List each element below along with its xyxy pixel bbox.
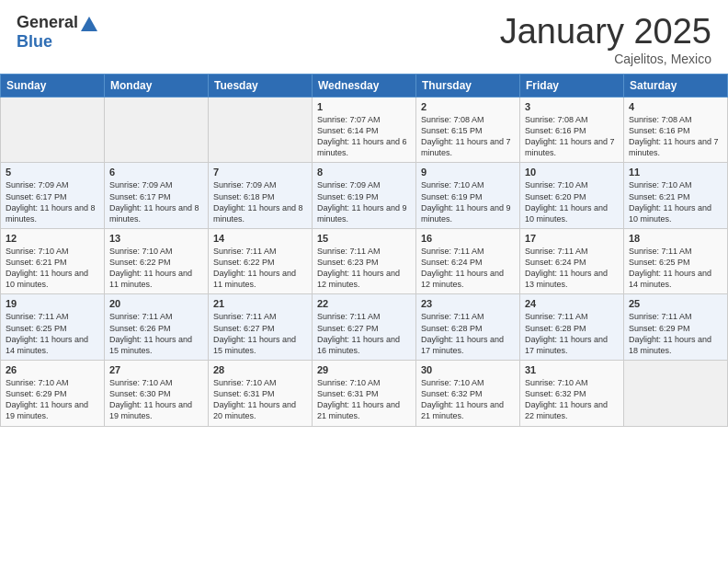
logo-general-text: General <box>17 13 78 32</box>
calendar-week-row: 19Sunrise: 7:11 AM Sunset: 6:25 PM Dayli… <box>1 294 728 361</box>
day-number: 11 <box>629 167 722 178</box>
day-number: 23 <box>421 298 515 309</box>
col-header-friday: Friday <box>520 74 624 97</box>
calendar-cell: 5Sunrise: 7:09 AM Sunset: 6:17 PM Daylig… <box>1 163 105 229</box>
calendar-cell: 25Sunrise: 7:11 AM Sunset: 6:29 PM Dayli… <box>624 294 728 361</box>
calendar-cell: 8Sunrise: 7:09 AM Sunset: 6:19 PM Daylig… <box>313 163 416 229</box>
logo: General Blue <box>17 13 98 52</box>
day-info: Sunrise: 7:11 AM Sunset: 6:27 PM Dayligh… <box>213 311 307 356</box>
day-number: 12 <box>6 233 99 244</box>
day-number: 20 <box>109 298 203 309</box>
calendar-table: SundayMondayTuesdayWednesdayThursdayFrid… <box>0 74 728 427</box>
calendar-cell: 31Sunrise: 7:10 AM Sunset: 6:32 PM Dayli… <box>520 361 624 427</box>
col-header-saturday: Saturday <box>624 74 728 97</box>
calendar-cell: 6Sunrise: 7:09 AM Sunset: 6:17 PM Daylig… <box>105 163 209 229</box>
day-number: 24 <box>525 298 619 309</box>
day-info: Sunrise: 7:11 AM Sunset: 6:25 PM Dayligh… <box>629 246 722 291</box>
day-number: 21 <box>213 298 307 309</box>
calendar-cell: 24Sunrise: 7:11 AM Sunset: 6:28 PM Dayli… <box>520 294 624 361</box>
month-heading: January 2025 <box>500 13 711 52</box>
day-info: Sunrise: 7:10 AM Sunset: 6:20 PM Dayligh… <box>525 179 619 224</box>
day-info: Sunrise: 7:09 AM Sunset: 6:17 PM Dayligh… <box>6 179 99 224</box>
day-number: 31 <box>525 364 619 375</box>
day-number: 6 <box>109 167 203 178</box>
calendar-cell: 4Sunrise: 7:08 AM Sunset: 6:16 PM Daylig… <box>624 97 728 163</box>
day-info: Sunrise: 7:11 AM Sunset: 6:24 PM Dayligh… <box>421 246 515 291</box>
day-number: 26 <box>6 364 99 375</box>
day-number: 14 <box>213 233 307 244</box>
day-number: 17 <box>525 233 619 244</box>
calendar-cell: 23Sunrise: 7:11 AM Sunset: 6:28 PM Dayli… <box>416 294 520 361</box>
day-number: 3 <box>525 101 619 112</box>
calendar-cell: 15Sunrise: 7:11 AM Sunset: 6:23 PM Dayli… <box>313 228 416 294</box>
day-info: Sunrise: 7:09 AM Sunset: 6:17 PM Dayligh… <box>109 179 203 224</box>
calendar-header-row: SundayMondayTuesdayWednesdayThursdayFrid… <box>1 74 728 97</box>
day-info: Sunrise: 7:11 AM Sunset: 6:23 PM Dayligh… <box>317 246 411 291</box>
calendar-cell: 7Sunrise: 7:09 AM Sunset: 6:18 PM Daylig… <box>209 163 313 229</box>
day-info: Sunrise: 7:11 AM Sunset: 6:28 PM Dayligh… <box>421 311 515 356</box>
calendar-cell: 12Sunrise: 7:10 AM Sunset: 6:21 PM Dayli… <box>1 228 105 294</box>
calendar-cell: 21Sunrise: 7:11 AM Sunset: 6:27 PM Dayli… <box>209 294 313 361</box>
day-info: Sunrise: 7:07 AM Sunset: 6:14 PM Dayligh… <box>317 114 411 159</box>
day-number: 27 <box>109 364 203 375</box>
day-info: Sunrise: 7:10 AM Sunset: 6:21 PM Dayligh… <box>629 179 722 224</box>
calendar-cell: 10Sunrise: 7:10 AM Sunset: 6:20 PM Dayli… <box>520 163 624 229</box>
day-number: 25 <box>629 298 722 309</box>
calendar-cell: 2Sunrise: 7:08 AM Sunset: 6:15 PM Daylig… <box>416 97 520 163</box>
calendar-cell: 3Sunrise: 7:08 AM Sunset: 6:16 PM Daylig… <box>520 97 624 163</box>
day-number: 22 <box>317 298 411 309</box>
day-number: 29 <box>317 364 411 375</box>
day-info: Sunrise: 7:09 AM Sunset: 6:19 PM Dayligh… <box>317 179 411 224</box>
day-number: 30 <box>421 364 515 375</box>
day-number: 10 <box>525 167 619 178</box>
col-header-wednesday: Wednesday <box>313 74 416 97</box>
day-info: Sunrise: 7:11 AM Sunset: 6:25 PM Dayligh… <box>6 311 99 356</box>
day-info: Sunrise: 7:10 AM Sunset: 6:21 PM Dayligh… <box>6 246 99 291</box>
day-number: 28 <box>213 364 307 375</box>
header: General Blue January 2025 Cajelitos, Mex… <box>0 0 728 74</box>
calendar-cell: 1Sunrise: 7:07 AM Sunset: 6:14 PM Daylig… <box>313 97 416 163</box>
day-number: 8 <box>317 167 411 178</box>
svg-marker-0 <box>81 17 97 31</box>
calendar-cell: 20Sunrise: 7:11 AM Sunset: 6:26 PM Dayli… <box>105 294 209 361</box>
day-info: Sunrise: 7:09 AM Sunset: 6:18 PM Dayligh… <box>213 179 307 224</box>
day-info: Sunrise: 7:10 AM Sunset: 6:22 PM Dayligh… <box>109 246 203 291</box>
day-info: Sunrise: 7:10 AM Sunset: 6:32 PM Dayligh… <box>525 377 619 422</box>
day-number: 2 <box>421 101 515 112</box>
month-title: January 2025 Cajelitos, Mexico <box>500 13 711 66</box>
calendar-week-row: 1Sunrise: 7:07 AM Sunset: 6:14 PM Daylig… <box>1 97 728 163</box>
calendar-week-row: 5Sunrise: 7:09 AM Sunset: 6:17 PM Daylig… <box>1 163 728 229</box>
day-info: Sunrise: 7:11 AM Sunset: 6:22 PM Dayligh… <box>213 246 307 291</box>
day-info: Sunrise: 7:08 AM Sunset: 6:16 PM Dayligh… <box>629 114 722 159</box>
day-info: Sunrise: 7:10 AM Sunset: 6:31 PM Dayligh… <box>213 377 307 422</box>
day-number: 9 <box>421 167 515 178</box>
day-number: 18 <box>629 233 722 244</box>
day-info: Sunrise: 7:10 AM Sunset: 6:19 PM Dayligh… <box>421 179 515 224</box>
day-number: 7 <box>213 167 307 178</box>
day-info: Sunrise: 7:10 AM Sunset: 6:29 PM Dayligh… <box>6 377 99 422</box>
col-header-thursday: Thursday <box>416 74 520 97</box>
calendar-cell <box>1 97 105 163</box>
calendar-cell: 17Sunrise: 7:11 AM Sunset: 6:24 PM Dayli… <box>520 228 624 294</box>
calendar-cell: 13Sunrise: 7:10 AM Sunset: 6:22 PM Dayli… <box>105 228 209 294</box>
calendar-cell: 30Sunrise: 7:10 AM Sunset: 6:32 PM Dayli… <box>416 361 520 427</box>
calendar-cell: 28Sunrise: 7:10 AM Sunset: 6:31 PM Dayli… <box>209 361 313 427</box>
logo-icon <box>80 15 98 31</box>
calendar-cell: 19Sunrise: 7:11 AM Sunset: 6:25 PM Dayli… <box>1 294 105 361</box>
col-header-monday: Monday <box>105 74 209 97</box>
day-info: Sunrise: 7:11 AM Sunset: 6:29 PM Dayligh… <box>629 311 722 356</box>
calendar-cell <box>624 361 728 427</box>
day-number: 1 <box>317 101 411 112</box>
calendar-cell: 9Sunrise: 7:10 AM Sunset: 6:19 PM Daylig… <box>416 163 520 229</box>
day-number: 16 <box>421 233 515 244</box>
day-info: Sunrise: 7:11 AM Sunset: 6:27 PM Dayligh… <box>317 311 411 356</box>
day-number: 4 <box>629 101 722 112</box>
calendar-cell: 29Sunrise: 7:10 AM Sunset: 6:31 PM Dayli… <box>313 361 416 427</box>
col-header-tuesday: Tuesday <box>209 74 313 97</box>
calendar-cell <box>209 97 313 163</box>
calendar-cell: 26Sunrise: 7:10 AM Sunset: 6:29 PM Dayli… <box>1 361 105 427</box>
calendar-week-row: 26Sunrise: 7:10 AM Sunset: 6:29 PM Dayli… <box>1 361 728 427</box>
day-number: 13 <box>109 233 203 244</box>
col-header-sunday: Sunday <box>1 74 105 97</box>
day-info: Sunrise: 7:11 AM Sunset: 6:24 PM Dayligh… <box>525 246 619 291</box>
